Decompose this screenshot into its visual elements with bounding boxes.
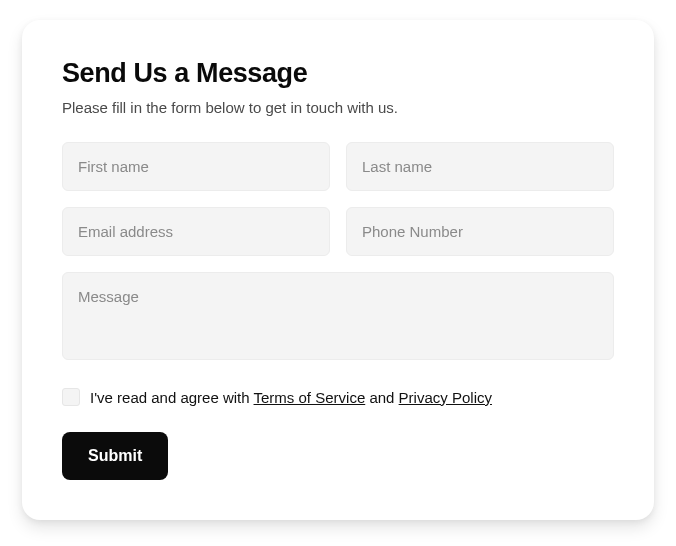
consent-text: I've read and agree with Terms of Servic… bbox=[90, 389, 492, 406]
message-textarea[interactable] bbox=[62, 272, 614, 360]
consent-checkbox[interactable] bbox=[62, 388, 80, 406]
name-row bbox=[62, 142, 614, 191]
last-name-input[interactable] bbox=[346, 142, 614, 191]
contact-row bbox=[62, 207, 614, 256]
contact-form-card: Send Us a Message Please fill in the for… bbox=[22, 20, 654, 520]
form-title: Send Us a Message bbox=[62, 58, 614, 89]
privacy-policy-link[interactable]: Privacy Policy bbox=[399, 389, 492, 406]
first-name-input[interactable] bbox=[62, 142, 330, 191]
form-subtitle: Please fill in the form below to get in … bbox=[62, 99, 614, 116]
phone-input[interactable] bbox=[346, 207, 614, 256]
submit-button[interactable]: Submit bbox=[62, 432, 168, 480]
consent-row: I've read and agree with Terms of Servic… bbox=[62, 388, 614, 406]
consent-prefix: I've read and agree with bbox=[90, 389, 254, 406]
consent-middle: and bbox=[365, 389, 398, 406]
terms-of-service-link[interactable]: Terms of Service bbox=[254, 389, 366, 406]
email-input[interactable] bbox=[62, 207, 330, 256]
